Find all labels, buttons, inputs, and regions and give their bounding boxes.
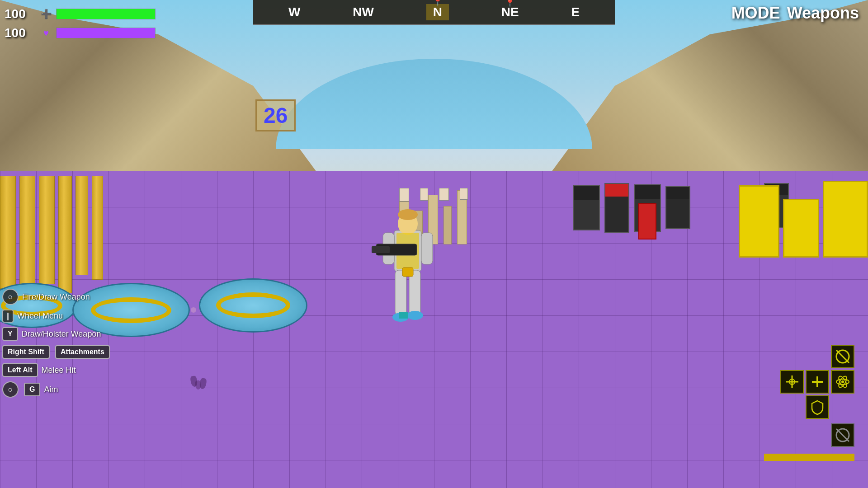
- key-melee: Left Alt: [2, 363, 38, 377]
- keybind-attach: Right Shift Attachments: [2, 345, 110, 359]
- weapons-label: Weapons: [787, 4, 859, 23]
- plus-icon: [809, 374, 826, 390]
- svg-point-2: [398, 209, 418, 220]
- no-scope-icon: [835, 348, 851, 365]
- hud-topleft: 100 ➕ 100 ♥: [5, 7, 156, 40]
- label-fire: Fire/Draw Weapon: [22, 292, 90, 302]
- svg-rect-12: [399, 312, 408, 319]
- mode-label: MODE: [731, 4, 780, 23]
- health-bar-bg: [56, 9, 156, 19]
- health-row: 100 ➕: [5, 7, 156, 21]
- compass-dir-e: E: [571, 5, 580, 19]
- key-attach2: Attachments: [55, 345, 110, 359]
- compass-dir-w: W: [288, 5, 300, 19]
- svg-point-24: [841, 380, 844, 383]
- hud-cell-shield: [806, 395, 829, 419]
- hud-bottomright: [764, 345, 854, 461]
- hud-cell-empty-2: [806, 345, 829, 368]
- keybind-aim: ○ G Aim: [2, 381, 110, 398]
- shield-bar-bg: [56, 28, 156, 38]
- player-character: [363, 185, 453, 343]
- bottom-icon-row: [831, 423, 854, 447]
- enemy-group: [573, 181, 754, 262]
- svg-rect-13: [402, 267, 413, 277]
- key-aim-g: G: [24, 383, 40, 396]
- hud-cell-empty-1: [780, 345, 804, 368]
- no-scope-2-icon: [835, 427, 851, 443]
- ammo-bar: [764, 454, 854, 461]
- key-attach: Right Shift: [2, 345, 50, 359]
- hud-cell-crosshair: [780, 370, 804, 394]
- barrel-center: [199, 278, 307, 333]
- shield-icon: ♥: [40, 27, 52, 39]
- shield-hud-icon: [809, 399, 826, 415]
- svg-rect-5: [421, 233, 433, 264]
- game-viewport: 26: [0, 0, 868, 488]
- crosshair-icon: [784, 374, 800, 390]
- hud-topright: MODE Weapons: [731, 4, 859, 23]
- shield-bar-fill: [57, 28, 155, 38]
- health-bar-fill: [57, 9, 155, 19]
- keybind-holster: Y Draw/Holster Weapon: [2, 327, 110, 341]
- hud-cell-empty-3: [780, 395, 804, 419]
- compass-dir-nw: NW: [353, 5, 374, 19]
- hud-cell-plus: [806, 370, 829, 394]
- yellow-blocks-right: [739, 181, 868, 258]
- label-melee: Melee Hit: [42, 366, 76, 375]
- health-value: 100: [5, 7, 36, 21]
- svg-rect-9: [409, 270, 420, 315]
- compass-dir-n: 📍 N: [426, 4, 449, 20]
- hud-cell-empty-4: [831, 395, 854, 419]
- keybind-wheel: | Wheel Menu: [2, 310, 110, 323]
- shield-row: 100 ♥: [5, 26, 156, 40]
- keybind-melee: Left Alt Melee Hit: [2, 363, 110, 377]
- key-fire: ○: [2, 289, 19, 305]
- hud-icon-grid: [780, 345, 854, 419]
- key-aim-circle: ○: [2, 381, 19, 398]
- label-holster: Draw/Holster Weapon: [22, 329, 101, 339]
- svg-point-11: [407, 311, 423, 320]
- compass-dir-ne: 📍 NE: [501, 5, 519, 19]
- svg-rect-7: [372, 246, 390, 253]
- hud-cell-atom: [831, 370, 854, 394]
- hit-number: 26: [255, 99, 296, 131]
- compass: W NW 📍 N 📍 NE E: [253, 0, 615, 25]
- hud-cell-noscope: [831, 345, 854, 368]
- keybind-fire: ○ Fire/Draw Weapon: [2, 289, 110, 305]
- health-icon: ➕: [40, 8, 52, 20]
- hud-cell-noscope-2: [831, 423, 854, 447]
- key-holster: Y: [2, 327, 18, 341]
- hud-keybinds: ○ Fire/Draw Weapon | Wheel Menu Y Draw/H…: [2, 289, 110, 398]
- atom-icon: [835, 374, 851, 390]
- key-wheel: |: [2, 310, 14, 323]
- svg-rect-8: [395, 270, 406, 315]
- shield-value: 100: [5, 26, 36, 40]
- label-wheel: Wheel Menu: [17, 311, 63, 321]
- label-aim: Aim: [44, 385, 58, 394]
